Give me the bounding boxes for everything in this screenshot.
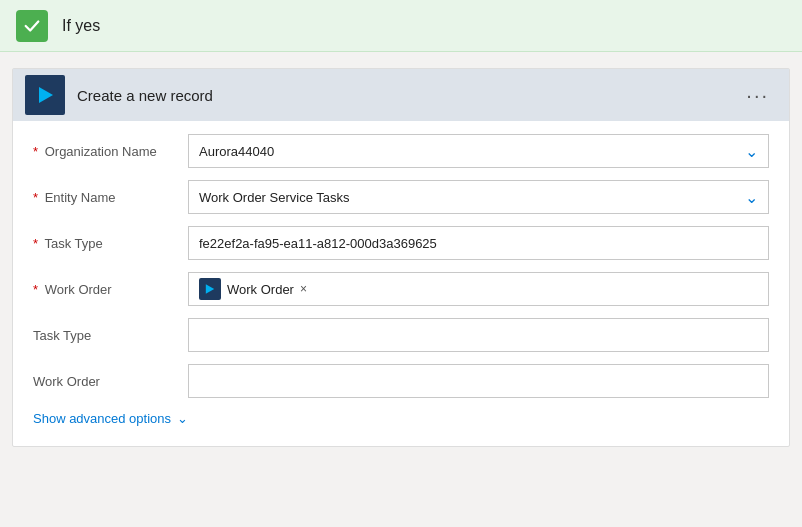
check-icon-box — [16, 10, 48, 42]
field-task-type-required: * Task Type — [33, 225, 769, 261]
main-card: Create a new record ··· * Organization N… — [12, 68, 790, 447]
chevron-down-icon: ⌄ — [735, 142, 768, 161]
required-star: * — [33, 144, 38, 159]
dropdown-organization-name[interactable]: Aurora44040 ⌄ — [188, 134, 769, 168]
input-task-type-optional[interactable] — [188, 318, 769, 352]
required-star-task: * — [33, 236, 38, 251]
dropdown-entity-name-value: Work Order Service Tasks — [189, 190, 735, 205]
tag-icon-box — [199, 278, 221, 300]
chevron-down-icon-entity: ⌄ — [735, 188, 768, 207]
advanced-options-label: Show advanced options — [33, 411, 171, 426]
svg-marker-0 — [39, 87, 53, 103]
tag-play-icon — [204, 283, 216, 295]
show-advanced-options-button[interactable]: Show advanced options ⌄ — [33, 411, 769, 426]
input-task-type-required[interactable] — [188, 226, 769, 260]
label-entity-name: * Entity Name — [33, 190, 188, 205]
dropdown-organization-name-value: Aurora44040 — [189, 144, 735, 159]
tag-close-button[interactable]: × — [300, 282, 307, 296]
required-star-work-order: * — [33, 282, 38, 297]
card-icon-box — [25, 75, 65, 115]
field-work-order-optional: Work Order — [33, 363, 769, 399]
card-body: * Organization Name Aurora44040 ⌄ * Enti… — [13, 121, 789, 446]
label-task-type-required: * Task Type — [33, 236, 188, 251]
required-star-entity: * — [33, 190, 38, 205]
label-work-order-required: * Work Order — [33, 282, 188, 297]
tag-label-work-order: Work Order — [227, 282, 294, 297]
dropdown-entity-name[interactable]: Work Order Service Tasks ⌄ — [188, 180, 769, 214]
label-organization-name: * Organization Name — [33, 144, 188, 159]
field-task-type-optional: Task Type — [33, 317, 769, 353]
chevron-down-icon-advanced: ⌄ — [177, 411, 188, 426]
input-work-order-optional[interactable] — [188, 364, 769, 398]
field-work-order-required: * Work Order Work Order × — [33, 271, 769, 307]
svg-marker-1 — [206, 284, 214, 294]
field-entity-name: * Entity Name Work Order Service Tasks ⌄ — [33, 179, 769, 215]
card-title: Create a new record — [77, 87, 738, 104]
tag-item-work-order: Work Order × — [195, 276, 311, 302]
header-title: If yes — [62, 17, 100, 35]
field-organization-name: * Organization Name Aurora44040 ⌄ — [33, 133, 769, 169]
label-work-order-optional: Work Order — [33, 374, 188, 389]
play-icon — [35, 85, 55, 105]
label-task-type-optional: Task Type — [33, 328, 188, 343]
card-menu-button[interactable]: ··· — [738, 81, 777, 109]
tag-field-work-order[interactable]: Work Order × — [188, 272, 769, 306]
header-bar: If yes — [0, 0, 802, 52]
card-header: Create a new record ··· — [13, 69, 789, 121]
check-icon — [23, 17, 41, 35]
